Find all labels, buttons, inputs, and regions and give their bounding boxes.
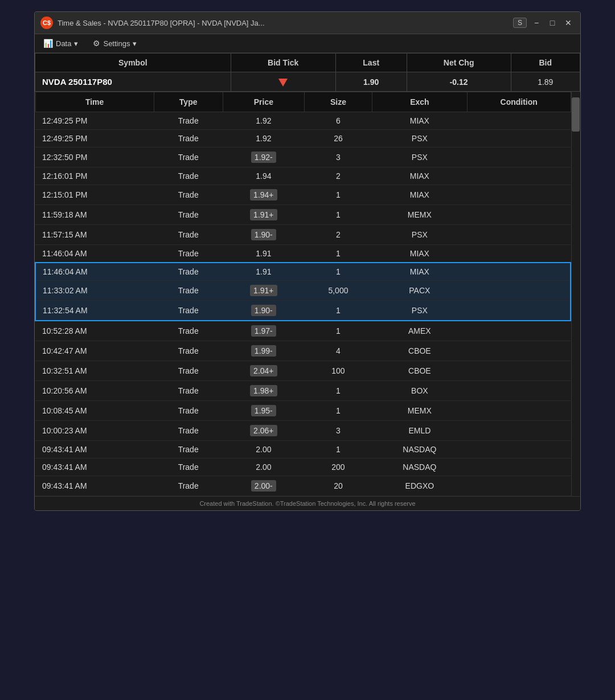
- minimize-button[interactable]: −: [530, 17, 543, 29]
- table-row[interactable]: 12:16:01 PM Trade 1.94 2 MIAX: [35, 167, 571, 185]
- down-arrow-icon: [278, 79, 288, 87]
- table-row[interactable]: 12:32:50 PM Trade 1.92- 3 PSX: [35, 148, 571, 167]
- condition-cell: [467, 421, 571, 441]
- type-cell: Trade: [154, 301, 223, 321]
- time-cell: 12:49:25 PM: [35, 112, 154, 130]
- time-cell: 12:15:01 PM: [35, 185, 154, 205]
- bid-header: Bid: [511, 54, 580, 72]
- time-cell: 10:32:51 AM: [35, 361, 154, 381]
- settings-button[interactable]: ⚙ Settings ▾: [90, 37, 140, 50]
- table-row[interactable]: 12:49:25 PM Trade 1.92 26 PSX: [35, 130, 571, 148]
- type-cell: Trade: [154, 148, 223, 167]
- size-cell: 100: [305, 361, 372, 381]
- exch-cell: NASDAQ: [372, 459, 467, 476]
- price-highlighted: 1.94+: [250, 189, 277, 200]
- table-row[interactable]: 11:59:18 AM Trade 1.91+ 1 MEMX: [35, 205, 571, 225]
- table-row[interactable]: 10:32:51 AM Trade 2.04+ 100 CBOE: [35, 361, 571, 381]
- condition-cell: [467, 459, 571, 476]
- price-cell: 1.92: [223, 130, 305, 148]
- price-plain: 2.00: [256, 462, 271, 472]
- exch-col-header: Exch: [372, 92, 467, 112]
- table-row[interactable]: 11:46:04 AM Trade 1.91 1 MIAX: [35, 263, 571, 281]
- table-row[interactable]: 10:52:28 AM Trade 1.97- 1 AMEX: [35, 321, 571, 341]
- size-cell: 2: [305, 225, 372, 245]
- table-row[interactable]: 11:33:02 AM Trade 1.91+ 5,000 PACX: [35, 281, 571, 301]
- price-plain: 1.94: [256, 171, 271, 181]
- table-row[interactable]: 09:43:41 AM Trade 2.00 1 NASDAQ: [35, 441, 571, 459]
- s-badge[interactable]: S: [513, 18, 527, 28]
- price-plain: 1.92: [256, 134, 271, 143]
- condition-cell: [467, 245, 571, 263]
- close-button[interactable]: ✕: [562, 17, 575, 29]
- table-row[interactable]: 12:49:25 PM Trade 1.92 6 MIAX: [35, 112, 571, 130]
- exch-cell: MIAX: [372, 245, 467, 263]
- price-plain: 1.91: [256, 249, 271, 258]
- exch-cell: PSX: [372, 301, 467, 321]
- size-cell: 200: [305, 459, 372, 476]
- condition-cell: [467, 148, 571, 167]
- footer: Created with TradeStation. ©TradeStation…: [35, 496, 580, 510]
- price-cell: 1.98+: [223, 381, 305, 401]
- price-highlighted: 1.90-: [251, 229, 276, 240]
- exch-cell: CBOE: [372, 361, 467, 381]
- size-cell: 20: [305, 476, 372, 496]
- table-row[interactable]: 11:46:04 AM Trade 1.91 1 MIAX: [35, 245, 571, 263]
- restore-button[interactable]: □: [546, 17, 559, 29]
- type-cell: Trade: [154, 361, 223, 381]
- exch-cell: MIAX: [372, 185, 467, 205]
- window-title: Time & Sales - NVDA 250117P80 [OPRA] - N…: [58, 19, 509, 27]
- type-cell: Trade: [154, 401, 223, 421]
- table-row[interactable]: 09:43:41 AM Trade 2.00 200 NASDAQ: [35, 459, 571, 476]
- time-cell: 11:46:04 AM: [35, 263, 154, 281]
- exch-cell: PSX: [372, 225, 467, 245]
- type-cell: Trade: [154, 421, 223, 441]
- size-cell: 3: [305, 421, 372, 441]
- price-cell: 1.94: [223, 167, 305, 185]
- condition-cell: [467, 441, 571, 459]
- price-plain: 1.91: [256, 267, 271, 276]
- condition-cell: [467, 361, 571, 381]
- table-row[interactable]: 09:43:41 AM Trade 2.00- 20 EDGXO: [35, 476, 571, 496]
- scroll-thumb[interactable]: [572, 97, 580, 132]
- time-cell: 11:33:02 AM: [35, 281, 154, 301]
- size-cell: 1: [305, 263, 372, 281]
- condition-cell: [467, 301, 571, 321]
- condition-cell: [467, 263, 571, 281]
- table-row[interactable]: 12:15:01 PM Trade 1.94+ 1 MIAX: [35, 185, 571, 205]
- price-plain: 2.00: [256, 445, 271, 454]
- data-button[interactable]: 📊 Data ▾: [40, 37, 81, 50]
- price-cell: 1.94+: [223, 185, 305, 205]
- time-col-header: Time: [35, 92, 154, 112]
- settings-dropdown-icon: ▾: [133, 39, 137, 48]
- type-cell: Trade: [154, 441, 223, 459]
- table-row[interactable]: 10:20:56 AM Trade 1.98+ 1 BOX: [35, 381, 571, 401]
- condition-cell: [467, 205, 571, 225]
- app-icon: C$: [40, 17, 53, 29]
- time-cell: 12:32:50 PM: [35, 148, 154, 167]
- type-cell: Trade: [154, 245, 223, 263]
- table-row[interactable]: 10:08:45 AM Trade 1.95- 1 MEMX: [35, 401, 571, 421]
- window-controls: S − □ ✕: [513, 17, 575, 29]
- table-row[interactable]: 10:42:47 AM Trade 1.99- 4 CBOE: [35, 341, 571, 361]
- exch-cell: EDGXO: [372, 476, 467, 496]
- symbol-value: NVDA 250117P80: [35, 72, 231, 92]
- scrollbar[interactable]: [571, 92, 580, 496]
- type-cell: Trade: [154, 205, 223, 225]
- price-highlighted: 1.90-: [251, 305, 276, 316]
- data-dropdown-icon: ▾: [74, 39, 78, 48]
- condition-cell: [467, 281, 571, 301]
- type-cell: Trade: [154, 381, 223, 401]
- type-cell: Trade: [154, 263, 223, 281]
- condition-cell: [467, 185, 571, 205]
- exch-cell: PSX: [372, 130, 467, 148]
- time-cell: 11:57:15 AM: [35, 225, 154, 245]
- table-row[interactable]: 11:32:54 AM Trade 1.90- 1 PSX: [35, 301, 571, 321]
- size-cell: 3: [305, 148, 372, 167]
- exch-cell: NASDAQ: [372, 441, 467, 459]
- table-row[interactable]: 10:00:23 AM Trade 2.06+ 3 EMLD: [35, 421, 571, 441]
- time-cell: 11:59:18 AM: [35, 205, 154, 225]
- exch-cell: PSX: [372, 148, 467, 167]
- table-row[interactable]: 11:57:15 AM Trade 1.90- 2 PSX: [35, 225, 571, 245]
- price-highlighted: 2.06+: [250, 425, 277, 436]
- time-cell: 10:08:45 AM: [35, 401, 154, 421]
